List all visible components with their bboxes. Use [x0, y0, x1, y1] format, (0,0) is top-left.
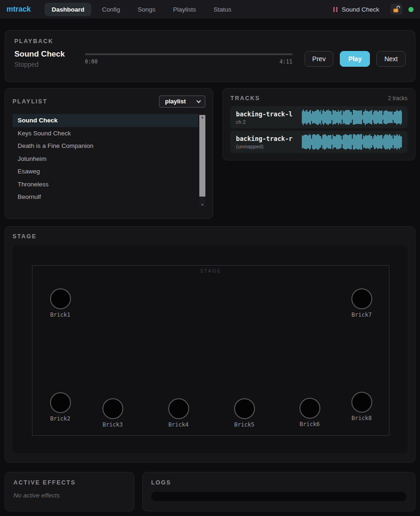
playback-heading: PLAYBACK: [14, 38, 406, 45]
connection-status-dot: [408, 7, 414, 12]
next-button[interactable]: Next: [376, 51, 406, 67]
playlist-item[interactable]: Death is a Fine Companion: [13, 140, 198, 153]
play-button[interactable]: Play: [340, 51, 370, 67]
brick-label: Brick2: [50, 415, 70, 422]
brick-circle[interactable]: [102, 398, 123, 419]
brick-circle[interactable]: [351, 288, 372, 309]
tab-dashboard[interactable]: Dashboard: [45, 3, 91, 16]
stage-brick-2[interactable]: Brick2: [44, 392, 76, 422]
topbar-status-area: Sound Check: [333, 4, 414, 15]
brick-circle[interactable]: [50, 288, 71, 309]
playlist-item[interactable]: Beornulf: [13, 191, 198, 204]
playback-info: Sound Check Stopped: [14, 50, 84, 68]
playback-panel: PLAYBACK Sound Check Stopped 0:00 4:11 P…: [5, 30, 415, 82]
stage-heading: STAGE: [13, 233, 407, 240]
waveform: [302, 109, 402, 125]
stage-outline: STAGE Brick1 Brick2 Brick3 Brick4: [32, 265, 389, 436]
scroll-up-arrow-icon[interactable]: ▲: [199, 115, 205, 119]
brick-label: Brick3: [102, 421, 122, 428]
effects-heading: ACTIVE EFFECTS: [13, 479, 126, 486]
track-name: backing-track-r: [236, 135, 302, 142]
stage-panel: STAGE STAGE Brick1 Brick2 Brick3: [5, 226, 415, 463]
stage-canvas[interactable]: STAGE Brick1 Brick2 Brick3 Brick4: [13, 246, 407, 453]
playlist-item[interactable]: Esaweg: [13, 165, 198, 178]
waveform: [302, 134, 402, 150]
track-row[interactable]: backing-track-r (unmapped): [230, 131, 407, 153]
stage-brick-6[interactable]: Brick6: [293, 398, 326, 427]
stage-brick-7[interactable]: Brick7: [345, 288, 378, 318]
stage-brick-1[interactable]: Brick1: [44, 288, 76, 318]
pause-icon: [333, 7, 337, 12]
tab-songs[interactable]: Songs: [131, 3, 162, 16]
playback-state: Stopped: [14, 61, 84, 68]
progress-area: 0:00 4:11: [85, 53, 293, 65]
progress-bar[interactable]: [85, 53, 293, 55]
tab-status[interactable]: Status: [207, 3, 238, 16]
duration-time: 4:11: [280, 58, 293, 65]
scrollbar-thumb[interactable]: [199, 115, 205, 197]
brick-label: Brick4: [168, 421, 188, 428]
playlist-panel: PLAYLIST playlist Sound Check Keys Sound…: [5, 88, 213, 219]
app-logo: mtrack: [6, 5, 31, 13]
prev-button[interactable]: Prev: [305, 51, 334, 67]
track-channel: (unmapped): [236, 144, 302, 149]
stage-area-label: STAGE: [32, 268, 389, 274]
active-effects-panel: ACTIVE EFFECTS No active effects: [5, 472, 134, 511]
stage-brick-4[interactable]: Brick4: [162, 398, 195, 428]
tracks-count: 2 tracks: [388, 95, 407, 102]
elapsed-time: 0:00: [85, 58, 98, 65]
track-name: backing-track-l: [236, 110, 302, 118]
playlist-item[interactable]: Keys Sound Check: [13, 127, 198, 140]
current-song-title: Sound Check: [14, 50, 84, 59]
brick-circle[interactable]: [234, 398, 255, 419]
tracks-heading: TRACKS: [230, 95, 260, 102]
brick-label: Brick6: [299, 421, 319, 427]
playlist-item[interactable]: Jotunheim: [13, 153, 198, 166]
brick-circle[interactable]: [50, 392, 71, 413]
unlock-button[interactable]: [390, 4, 402, 15]
logs-heading: LOGS: [151, 479, 407, 486]
playlist-selector[interactable]: playlist: [159, 96, 205, 108]
brick-circle[interactable]: [299, 398, 320, 419]
brick-label: Brick8: [351, 415, 371, 421]
effects-empty-message: No active effects: [13, 492, 126, 499]
tracks-panel: TRACKS 2 tracks backing-track-l ch 2 bac…: [223, 88, 415, 160]
tab-playlists[interactable]: Playlists: [166, 3, 203, 16]
brick-label: Brick5: [234, 421, 254, 428]
top-nav-bar: mtrack Dashboard Config Songs Playlists …: [0, 0, 420, 19]
track-channel: ch 2: [236, 119, 302, 125]
track-row[interactable]: backing-track-l ch 2: [230, 106, 407, 128]
unlocked-padlock-icon: [392, 5, 401, 13]
brick-circle[interactable]: [168, 398, 189, 419]
playlist-scrollbar[interactable]: ▲ ▼: [199, 115, 205, 207]
brick-circle[interactable]: [351, 392, 372, 413]
playlist-selector-wrap: playlist: [159, 96, 205, 108]
mtrack-app: mtrack Dashboard Config Songs Playlists …: [0, 0, 420, 516]
playlist-song-list: Sound Check Keys Sound Check Death is a …: [13, 114, 205, 207]
stage-brick-3[interactable]: Brick3: [96, 398, 129, 428]
playlist-item[interactable]: Sound Check: [13, 114, 198, 127]
brick-label: Brick1: [50, 312, 70, 318]
logs-panel: LOGS: [142, 472, 415, 511]
stage-brick-5[interactable]: Brick5: [228, 398, 261, 428]
playlist-item[interactable]: Throneless: [13, 178, 198, 191]
now-playing-label: Sound Check: [342, 6, 379, 13]
logs-output: [151, 492, 407, 501]
nav-tabs: Dashboard Config Songs Playlists Status: [45, 3, 238, 16]
stage-brick-8[interactable]: Brick8: [345, 392, 378, 421]
playlist-heading: PLAYLIST: [13, 98, 47, 105]
tab-config[interactable]: Config: [95, 3, 127, 16]
scroll-down-arrow-icon[interactable]: ▼: [199, 203, 205, 206]
transport-buttons: Prev Play Next: [305, 51, 406, 67]
brick-label: Brick7: [351, 312, 371, 318]
tracks-list: backing-track-l ch 2 backing-track-r (un…: [230, 106, 407, 153]
